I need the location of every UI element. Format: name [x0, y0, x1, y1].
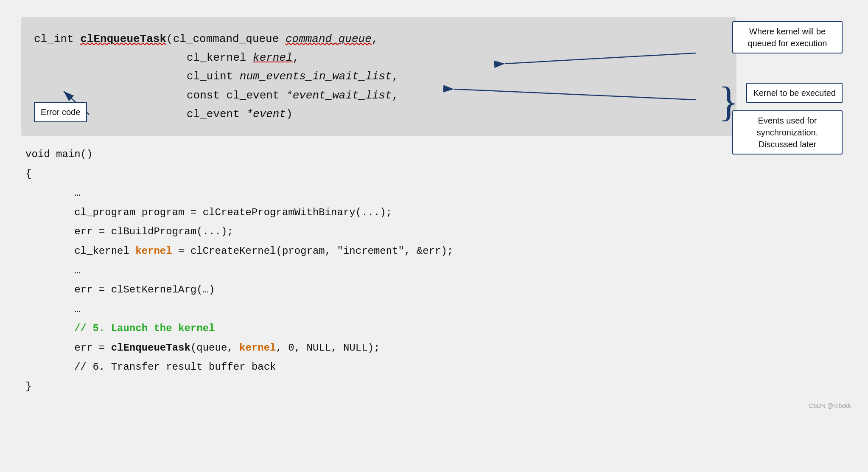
code-open-brace: {: [25, 164, 843, 184]
param-type-4: const cl_event: [187, 89, 286, 102]
param-type-1: cl_command_queue: [173, 33, 286, 45]
kernel-exec-annotation: Kernel to be executed: [746, 83, 843, 103]
signature-block: cl_int clEnqueueTask(cl_command_queue co…: [21, 17, 736, 136]
param-command-queue: command_queue: [286, 33, 372, 45]
open-paren: (: [166, 33, 173, 45]
main-container: cl_int clEnqueueTask(cl_command_queue co…: [8, 8, 860, 413]
param-event: *event: [246, 108, 286, 121]
param-num-events: num_events_in_wait_list: [240, 70, 392, 83]
code-enqueue: err = clEnqueueTask(queue, kernel, 0, NU…: [25, 338, 843, 358]
signature-text: cl_int clEnqueueTask(cl_command_queue co…: [34, 30, 720, 124]
code-void-main: void main(): [25, 145, 843, 164]
function-name: clEnqueueTask: [80, 33, 166, 45]
top-section: cl_int clEnqueueTask(cl_command_queue co…: [21, 17, 847, 136]
param-kernel: kernel: [253, 51, 293, 64]
kernel-queue-annotation: Where kernel will be queued for executio…: [732, 21, 843, 53]
param-type-5: cl_event: [187, 108, 246, 121]
param-type-2: cl_kernel: [187, 51, 253, 64]
code-dots-1: …: [25, 183, 843, 203]
code-block: void main() { … cl_program program = clC…: [21, 136, 847, 405]
watermark: CSDN @rebekk: [809, 402, 851, 409]
code-dots-2: …: [25, 261, 843, 281]
code-close-brace: }: [25, 377, 843, 396]
code-program: cl_program program = clCreateProgramWith…: [25, 203, 843, 222]
code-dots-3: …: [25, 300, 843, 319]
code-comment-launch: // 5. Launch the kernel: [25, 319, 843, 338]
code-kernel-decl: cl_kernel kernel = clCreateKernel(progra…: [25, 242, 843, 261]
code-transfer: // 6. Transfer result buffer back: [25, 357, 843, 377]
events-annotation: Events used for synchronization. Discuss…: [732, 110, 843, 155]
param-event-wait-list: *event_wait_list: [286, 89, 392, 102]
error-code-annotation: Error code: [34, 102, 87, 122]
return-type: cl_int: [34, 33, 80, 45]
code-err-build: err = clBuildProgram(...);: [25, 222, 843, 242]
code-setkernelarg: err = clSetKernelArg(…): [25, 280, 843, 300]
param-type-3: cl_uint: [187, 70, 240, 83]
